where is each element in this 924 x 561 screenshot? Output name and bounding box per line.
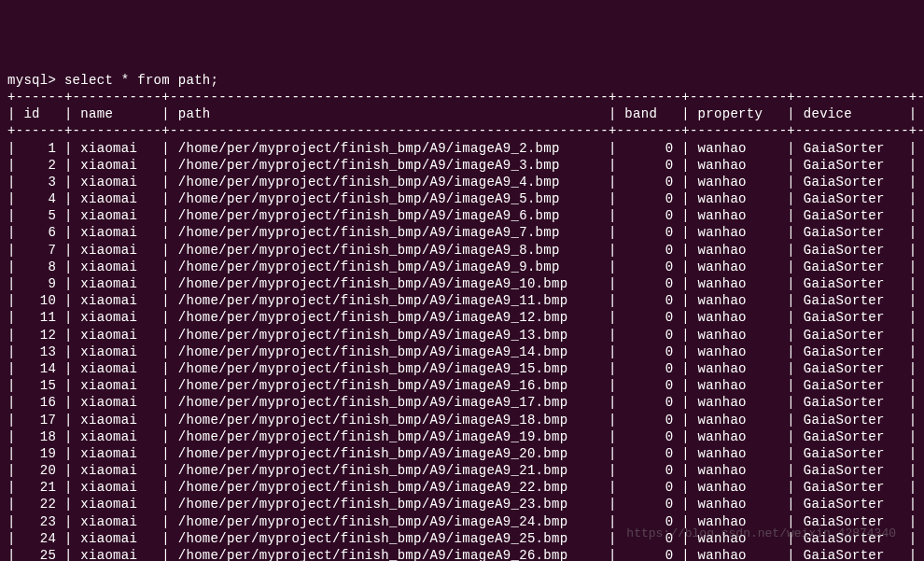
terminal-output[interactable]: mysql> select * from path; +------+-----… [7,72,917,561]
